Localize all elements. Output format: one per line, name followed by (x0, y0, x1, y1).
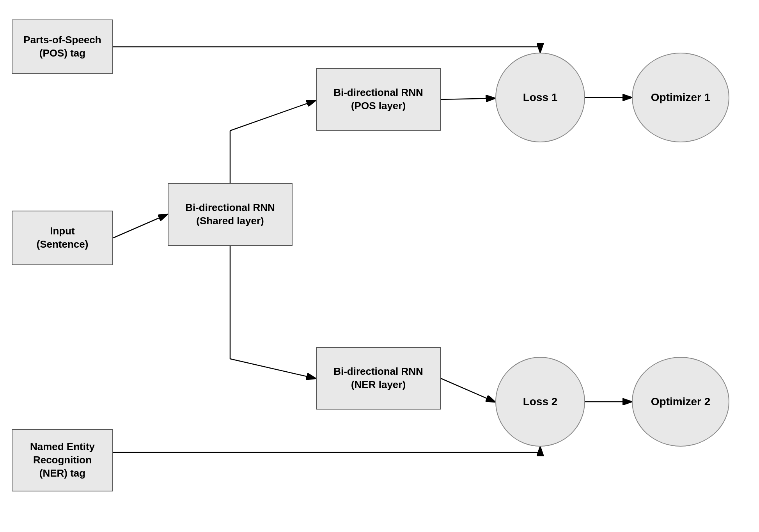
pos-tag-box: Parts-of-Speech(POS) tag (12, 20, 113, 74)
svg-line-3 (230, 101, 315, 131)
pos-rnn-box: Bi-directional RNN(POS layer) (316, 68, 441, 131)
loss2-circle: Loss 2 (495, 357, 585, 447)
optimizer1-circle: Optimizer 1 (632, 53, 729, 142)
svg-line-6 (441, 98, 495, 99)
input-box: Input(Sentence) (12, 211, 113, 265)
optimizer2-circle: Optimizer 2 (632, 357, 729, 447)
svg-line-5 (230, 359, 315, 378)
diagram-container: Parts-of-Speech(POS) tag Input(Sentence)… (0, 0, 759, 532)
loss1-circle: Loss 1 (495, 53, 585, 142)
shared-rnn-box: Bi-directional RNN(Shared layer) (168, 183, 293, 246)
svg-line-1 (113, 215, 167, 238)
ner-tag-box: Named EntityRecognition(NER) tag (12, 429, 113, 491)
ner-rnn-box: Bi-directional RNN(NER layer) (316, 347, 441, 410)
svg-line-7 (441, 378, 495, 402)
